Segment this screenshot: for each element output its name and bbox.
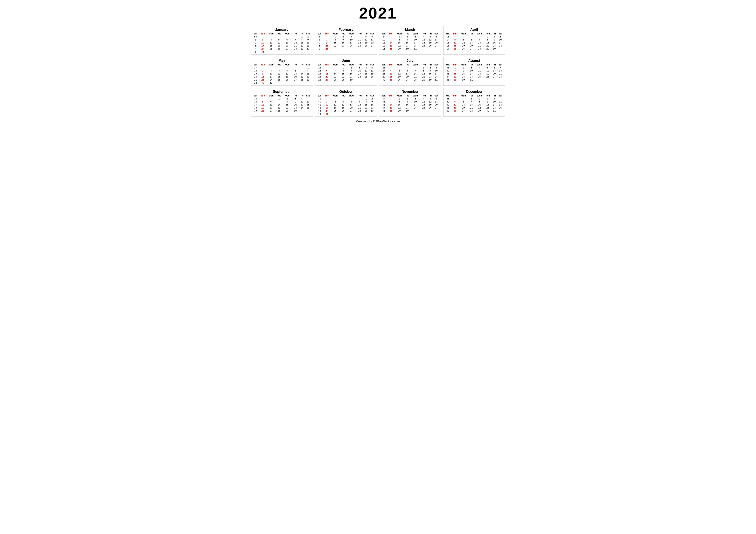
week-row: 210111213141516 xyxy=(252,41,311,44)
week-row: 4217181920212223 xyxy=(316,106,376,109)
empty-row xyxy=(316,81,376,84)
week-row: 48282930 xyxy=(381,109,440,112)
week-row: 3912 xyxy=(316,97,376,100)
week-row: 4721222324252627 xyxy=(381,106,440,109)
calendar-grid: JanuaryWkSunMonTueWedThuFriSat5312134567… xyxy=(251,26,505,117)
month-block-june: JuneWkSunMonTueWedThuFriSat2212345236789… xyxy=(315,57,377,86)
month-block-december: DecemberWkSunMonTueWedThuFriSat481234495… xyxy=(443,88,505,117)
week-row: 424252627282930 xyxy=(252,47,311,50)
month-name: June xyxy=(316,58,376,63)
week-row: 13456789 xyxy=(252,38,311,41)
week-row: 403456789 xyxy=(316,100,376,103)
week-row: 5312 xyxy=(252,35,311,38)
month-name: December xyxy=(445,89,504,94)
week-row: 3025262728293031 xyxy=(381,78,440,81)
empty-row xyxy=(445,50,504,53)
month-block-july: JulyWkSunMonTueWedThuFriSat2612327456789… xyxy=(379,57,441,86)
week-row: 3819202122232425 xyxy=(252,106,311,109)
empty-row xyxy=(445,81,504,84)
month-block-september: SeptemberWkSunMonTueWedThuFriSat35123436… xyxy=(251,88,313,117)
week-row: 678910111213 xyxy=(316,38,376,41)
month-name: September xyxy=(252,89,311,94)
month-name: May xyxy=(252,58,311,63)
month-block-march: MarchWkSunMonTueWedThuFriSat912345610789… xyxy=(379,26,441,55)
week-row: 52262728293031 xyxy=(445,109,504,112)
week-row: 2811121314151617 xyxy=(381,72,440,75)
week-row: 1328293031 xyxy=(381,47,440,50)
week-row: 928 xyxy=(316,47,376,50)
week-row: 3422232425262728 xyxy=(445,75,504,78)
week-row: 317181920212223 xyxy=(252,44,311,47)
week-row: 3712131415161718 xyxy=(252,103,311,106)
empty-row xyxy=(381,112,440,115)
month-name: July xyxy=(381,58,440,63)
footer-site: 123FreeVectors.com xyxy=(373,120,400,123)
empty-row xyxy=(381,50,440,53)
week-row: 35293031 xyxy=(445,78,504,81)
month-block-january: JanuaryWkSunMonTueWedThuFriSat5312134567… xyxy=(251,26,313,55)
footer: Designed by 123FreeVectors.com xyxy=(251,120,505,123)
week-row: 223031 xyxy=(252,81,311,84)
week-row: 4431 xyxy=(316,112,376,115)
empty-row xyxy=(381,81,440,84)
week-row: 351234 xyxy=(252,97,311,100)
week-row: 1221222324252627 xyxy=(381,44,440,47)
week-row: 2627282930 xyxy=(316,78,376,81)
week-row: 36567891011 xyxy=(252,100,311,103)
week-row: 182345678 xyxy=(252,69,311,72)
month-name: April xyxy=(445,27,504,32)
month-name: November xyxy=(381,89,440,94)
week-row: 2745678910 xyxy=(381,69,440,72)
week-row: 2123242526272829 xyxy=(252,78,311,81)
week-row: 4614151617181920 xyxy=(381,103,440,106)
week-row: 32891011121314 xyxy=(445,69,504,72)
week-row: 821222324252627 xyxy=(316,44,376,47)
week-row: 44123456 xyxy=(381,97,440,100)
week-row: 311234567 xyxy=(445,66,504,69)
month-name: August xyxy=(445,58,504,63)
month-block-february: FebruaryWkSunMonTueWedThuFriSat512345667… xyxy=(315,26,377,55)
week-row: 2520212223242526 xyxy=(316,75,376,78)
week-row: 236789101112 xyxy=(316,69,376,72)
month-block-may: MayWkSunMonTueWedThuFriSat17118234567819… xyxy=(251,57,313,86)
week-row: 2016171819202122 xyxy=(252,75,311,78)
week-row: 3315161718192021 xyxy=(445,72,504,75)
week-row: 1114151617181920 xyxy=(381,41,440,44)
week-row: 5119202122232425 xyxy=(445,106,504,109)
week-row: 2918192021222324 xyxy=(381,75,440,78)
week-row: 13123 xyxy=(445,35,504,38)
week-row: 4110111213141516 xyxy=(316,103,376,106)
empty-row xyxy=(252,112,311,115)
month-name: February xyxy=(316,27,376,32)
week-row: 714151617181920 xyxy=(316,41,376,44)
footer-prefix: Designed by xyxy=(356,120,373,123)
week-row: 2212345 xyxy=(316,66,376,69)
week-row: 2413141516171819 xyxy=(316,72,376,75)
week-row: 199101112131415 xyxy=(252,72,311,75)
month-name: October xyxy=(316,89,376,94)
empty-row xyxy=(316,50,376,53)
week-row: 4578910111213 xyxy=(381,100,440,103)
month-block-august: AugustWkSunMonTueWedThuFriSat31123456732… xyxy=(443,57,505,86)
week-row: 5123456 xyxy=(316,35,376,38)
week-row: 49567891011 xyxy=(445,100,504,103)
week-row: 171 xyxy=(252,66,311,69)
week-row: 1618192021222324 xyxy=(445,44,504,47)
week-row: 5012131415161718 xyxy=(445,103,504,106)
week-row: 1445678910 xyxy=(445,38,504,41)
week-row: 1511121314151617 xyxy=(445,41,504,44)
month-block-october: OctoberWkSunMonTueWedThuFriSat3912403456… xyxy=(315,88,377,117)
month-name: January xyxy=(252,27,311,32)
week-row: 17252627282930 xyxy=(445,47,504,50)
week-row: 4324252627282930 xyxy=(316,109,376,112)
week-row: 481234 xyxy=(445,97,504,100)
month-block-november: NovemberWkSunMonTueWedThuFriSat441234564… xyxy=(379,88,441,117)
month-name: March xyxy=(381,27,440,32)
week-row: 1078910111213 xyxy=(381,38,440,41)
week-row: 9123456 xyxy=(381,35,440,38)
year-title: 2021 xyxy=(251,4,505,22)
week-row: 531 xyxy=(252,50,311,53)
week-row: 392627282930 xyxy=(252,109,311,112)
week-row: 26123 xyxy=(381,66,440,69)
empty-row xyxy=(445,112,504,115)
